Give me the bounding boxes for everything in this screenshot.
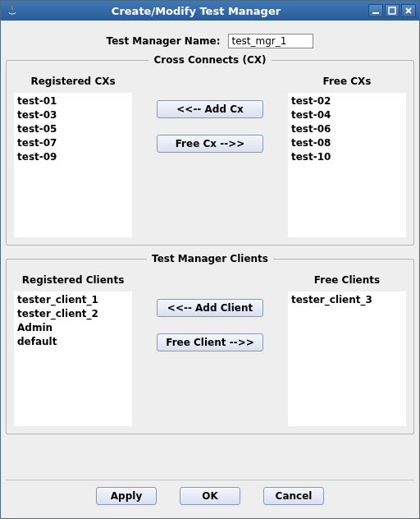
list-item[interactable]: test-06 bbox=[288, 122, 406, 136]
apply-button[interactable]: Apply bbox=[96, 487, 157, 505]
name-label: Test Manager Name: bbox=[107, 35, 221, 47]
cx-columns: Registered CXs test-01test-03test-05test… bbox=[13, 76, 407, 238]
list-item[interactable]: default bbox=[14, 335, 132, 349]
clients-free-header: Free Clients bbox=[287, 274, 407, 286]
name-row: Test Manager Name: bbox=[6, 34, 414, 48]
clients-registered-list[interactable]: tester_client_1tester_client_2Admindefau… bbox=[13, 291, 133, 427]
content-area: Test Manager Name: Cross Connects (CX) R… bbox=[1, 21, 419, 518]
cx-free-header: Free CXs bbox=[287, 76, 407, 87]
list-item[interactable]: test-01 bbox=[14, 94, 132, 108]
cx-free-list[interactable]: test-02test-04test-06test-08test-10 bbox=[287, 92, 407, 238]
cross-connects-legend: Cross Connects (CX) bbox=[149, 54, 272, 66]
clients-free-list[interactable]: tester_client_3 bbox=[287, 291, 407, 427]
maximize-icon bbox=[388, 7, 396, 15]
ok-button[interactable]: OK bbox=[180, 487, 240, 505]
cross-connects-group: Cross Connects (CX) Registered CXs test-… bbox=[6, 60, 414, 246]
cx-registered-col: Registered CXs test-01test-03test-05test… bbox=[13, 76, 133, 238]
minimize-icon bbox=[372, 7, 380, 15]
window-frame: Create/Modify Test Manager Test Manager … bbox=[0, 0, 420, 519]
list-item[interactable]: test-07 bbox=[14, 136, 132, 150]
close-button[interactable] bbox=[401, 4, 416, 17]
java-icon bbox=[6, 4, 19, 17]
list-item[interactable]: test-04 bbox=[288, 108, 406, 122]
free-client-button[interactable]: Free Client -->> bbox=[157, 333, 263, 351]
svg-rect-1 bbox=[389, 7, 395, 14]
cancel-button[interactable]: Cancel bbox=[263, 487, 324, 505]
cx-free-col: Free CXs test-02test-04test-06test-08tes… bbox=[287, 76, 407, 238]
maximize-button[interactable] bbox=[385, 4, 399, 17]
list-item[interactable]: Admin bbox=[14, 321, 132, 335]
clients-registered-col: Registered Clients tester_client_1tester… bbox=[13, 274, 133, 427]
clients-registered-header: Registered Clients bbox=[13, 274, 133, 286]
add-client-button[interactable]: <<-- Add Client bbox=[157, 299, 263, 317]
list-item[interactable]: test-10 bbox=[288, 150, 406, 164]
cx-registered-header: Registered CXs bbox=[13, 76, 133, 87]
name-input[interactable] bbox=[228, 34, 313, 48]
list-item[interactable]: test-09 bbox=[14, 150, 132, 164]
titlebar: Create/Modify Test Manager bbox=[1, 1, 419, 21]
clients-columns: Registered Clients tester_client_1tester… bbox=[13, 274, 407, 427]
clients-free-col: Free Clients tester_client_3 bbox=[287, 274, 407, 427]
list-item[interactable]: tester_client_3 bbox=[288, 293, 406, 307]
footer: Apply OK Cancel bbox=[6, 480, 414, 513]
minimize-button[interactable] bbox=[368, 4, 383, 17]
list-item[interactable]: test-05 bbox=[14, 122, 132, 136]
cx-registered-list[interactable]: test-01test-03test-05test-07test-09 bbox=[13, 92, 133, 238]
list-item[interactable]: test-03 bbox=[14, 108, 132, 122]
list-item[interactable]: tester_client_1 bbox=[14, 293, 132, 307]
clients-legend: Test Manager Clients bbox=[147, 253, 273, 264]
close-icon bbox=[404, 7, 413, 15]
clients-middle-col: <<-- Add Client Free Client -->> bbox=[141, 274, 279, 427]
list-item[interactable]: tester_client_2 bbox=[14, 307, 132, 321]
window-controls bbox=[368, 4, 416, 17]
window-title: Create/Modify Test Manager bbox=[24, 5, 368, 17]
svg-rect-0 bbox=[372, 12, 379, 14]
list-item[interactable]: test-08 bbox=[288, 136, 406, 150]
add-cx-button[interactable]: <<-- Add Cx bbox=[157, 100, 263, 118]
cx-middle-col: <<-- Add Cx Free Cx -->> bbox=[141, 76, 279, 238]
clients-group: Test Manager Clients Registered Clients … bbox=[6, 259, 414, 434]
list-item[interactable]: test-02 bbox=[288, 94, 406, 108]
free-cx-button[interactable]: Free Cx -->> bbox=[157, 135, 263, 153]
